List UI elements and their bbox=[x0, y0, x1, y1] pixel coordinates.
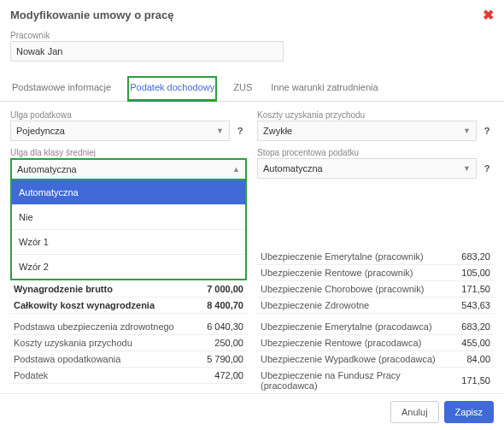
tab-zus[interactable]: ZUS bbox=[231, 77, 254, 101]
help-icon[interactable]: ? bbox=[233, 126, 247, 136]
row-label: Podstawa opodatkowania bbox=[10, 351, 198, 368]
tab-income-tax[interactable]: Podatek dochodowy bbox=[128, 77, 216, 101]
chevron-up-icon: ▲ bbox=[227, 165, 245, 174]
row-value: 105,00 bbox=[453, 265, 494, 281]
middle-class-relief-value: Automatyczna bbox=[12, 160, 227, 179]
row-label: Ubezpieczenie Emerytalne (pracownik) bbox=[257, 249, 453, 265]
cancel-button[interactable]: Anuluj bbox=[390, 401, 439, 423]
chevron-down-icon: ▼ bbox=[458, 127, 476, 135]
employee-field-block: Pracownik bbox=[0, 27, 504, 68]
row-label: Ubezpieczenie Wypadkowe (pracodawca) bbox=[257, 351, 458, 368]
middle-class-relief-label: Ulga dla klasy średniej bbox=[10, 148, 247, 157]
tax-basis-table: Podstawa ubezpieczenia zdrowotnego6 040,… bbox=[10, 319, 247, 384]
tax-rate-label: Stopa procentowa podatku bbox=[257, 148, 494, 157]
income-cost-value: Zwykłe bbox=[258, 121, 458, 140]
table-row: Całkowity koszt wynagrodzenia8 400,70 bbox=[10, 297, 247, 314]
table-row: Ubezpieczenie Rentowe (pracodawca)455,00 bbox=[257, 335, 494, 351]
tax-rate-group: Stopa procentowa podatku Automatyczna ▼ … bbox=[257, 148, 494, 179]
right-column: Koszty uzyskania przychodu Zwykłe ▼ ? St… bbox=[257, 110, 494, 427]
tab-basic[interactable]: Podstawowe informacje bbox=[10, 77, 113, 101]
tab-other[interactable]: Inne warunki zatrudnienia bbox=[269, 77, 379, 101]
row-label: Całkowity koszt wynagrodzenia bbox=[10, 297, 193, 314]
table-row: Ubezpieczenie Zdrowotne543,63 bbox=[257, 297, 494, 314]
row-value: 7 000,00 bbox=[193, 281, 247, 297]
help-icon[interactable]: ? bbox=[480, 163, 494, 174]
table-row: Koszty uzyskania przychodu250,00 bbox=[10, 335, 247, 351]
row-value: 171,50 bbox=[453, 281, 494, 297]
middle-class-relief-select[interactable]: Automatyczna ▲ bbox=[10, 158, 247, 180]
table-row: Podstawa ubezpieczenia zdrowotnego6 040,… bbox=[10, 319, 247, 335]
row-label: Ubezpieczenie Zdrowotne bbox=[257, 297, 453, 314]
row-value: 5 790,00 bbox=[198, 351, 247, 368]
row-label: Koszty uzyskania przychodu bbox=[10, 335, 198, 351]
tax-rate-value: Automatyczna bbox=[258, 159, 458, 178]
tax-relief-value: Pojedyncza bbox=[11, 121, 211, 140]
chevron-down-icon: ▼ bbox=[458, 164, 476, 173]
table-row: Ubezpieczenie na Fundusz Pracy (pracodaw… bbox=[257, 368, 494, 394]
income-cost-select[interactable]: Zwykłe ▼ bbox=[257, 121, 477, 141]
save-button[interactable]: Zapisz bbox=[444, 401, 494, 423]
table-row: Podstawa opodatkowania5 790,00 bbox=[10, 351, 247, 368]
dropdown-option-wzor2[interactable]: Wzór 2 bbox=[12, 255, 245, 279]
row-label: Ubezpieczenie Rentowe (pracodawca) bbox=[257, 335, 458, 351]
row-value: 6 040,30 bbox=[198, 319, 247, 335]
table-row: Wynagrodzenie brutto7 000,00 bbox=[10, 281, 247, 297]
middle-class-relief-group: Ulga dla klasy średniej Automatyczna ▲ A… bbox=[10, 148, 247, 180]
row-value: 472,00 bbox=[198, 368, 247, 384]
tax-relief-label: Ulga podatkowa bbox=[10, 110, 247, 120]
tabs: Podstawowe informacje Podatek dochodowy … bbox=[0, 77, 504, 102]
tax-relief-select[interactable]: Pojedyncza ▼ bbox=[10, 121, 230, 141]
salary-summary-table: Wynagrodzenie brutto7 000,00 Całkowity k… bbox=[10, 281, 247, 314]
chevron-down-icon: ▼ bbox=[211, 127, 229, 135]
left-column: Ulga podatkowa Pojedyncza ▼ ? Ulga dla k… bbox=[10, 110, 247, 427]
row-value: 455,00 bbox=[458, 335, 494, 351]
row-label: Ubezpieczenie Chorobowe (pracownik) bbox=[257, 281, 453, 297]
row-value: 8 400,70 bbox=[193, 297, 247, 314]
employee-label: Pracownik bbox=[10, 31, 494, 40]
row-label: Ubezpieczenie na Fundusz Pracy (pracodaw… bbox=[257, 368, 458, 394]
row-label: Ubezpieczenie Rentowe (pracownik) bbox=[257, 265, 453, 281]
table-row: Ubezpieczenie Rentowe (pracownik)105,00 bbox=[257, 265, 494, 281]
table-row: Podatek472,00 bbox=[10, 368, 247, 384]
table-row: Ubezpieczenie Emerytalne (pracodawca)683… bbox=[257, 319, 494, 335]
row-value: 543,63 bbox=[453, 297, 494, 314]
dropdown-option-wzor1[interactable]: Wzór 1 bbox=[12, 230, 245, 255]
modal-header: Modyfikowanie umowy o pracę ✖ bbox=[0, 0, 504, 27]
help-icon[interactable]: ? bbox=[480, 126, 494, 136]
modal-edit-contract: Modyfikowanie umowy o pracę ✖ Pracownik … bbox=[0, 0, 504, 430]
tax-relief-group: Ulga podatkowa Pojedyncza ▼ ? bbox=[10, 110, 247, 141]
table-row: Ubezpieczenie Chorobowe (pracownik)171,5… bbox=[257, 281, 494, 297]
income-cost-group: Koszty uzyskania przychodu Zwykłe ▼ ? bbox=[257, 110, 494, 141]
content-area: Ulga podatkowa Pojedyncza ▼ ? Ulga dla k… bbox=[0, 102, 504, 427]
row-value: 84,00 bbox=[458, 351, 494, 368]
row-value: 171,50 bbox=[458, 368, 494, 394]
income-cost-label: Koszty uzyskania przychodu bbox=[257, 110, 494, 120]
employee-input[interactable] bbox=[10, 41, 284, 62]
row-value: 250,00 bbox=[198, 335, 247, 351]
row-label: Podstawa ubezpieczenia zdrowotnego bbox=[10, 319, 198, 335]
employee-insurance-table: Ubezpieczenie Emerytalne (pracownik)683,… bbox=[257, 249, 494, 314]
close-icon[interactable]: ✖ bbox=[483, 9, 494, 22]
middle-class-relief-dropdown: Automatyczna Nie Wzór 1 Wzór 2 bbox=[10, 180, 247, 280]
row-label: Ubezpieczenie Emerytalne (pracodawca) bbox=[257, 319, 458, 335]
table-row: Ubezpieczenie Wypadkowe (pracodawca)84,0… bbox=[257, 351, 494, 368]
row-value: 683,20 bbox=[458, 319, 494, 335]
table-row: Ubezpieczenie Emerytalne (pracownik)683,… bbox=[257, 249, 494, 265]
dropdown-option-no[interactable]: Nie bbox=[12, 205, 245, 230]
modal-title: Modyfikowanie umowy o pracę bbox=[10, 9, 173, 21]
dropdown-option-auto[interactable]: Automatyczna bbox=[12, 180, 245, 205]
modal-footer: Anuluj Zapisz bbox=[0, 393, 504, 430]
row-value: 683,20 bbox=[453, 249, 494, 265]
row-label: Wynagrodzenie brutto bbox=[10, 281, 193, 297]
tax-rate-select[interactable]: Automatyczna ▼ bbox=[257, 158, 477, 179]
row-label: Podatek bbox=[10, 368, 198, 384]
